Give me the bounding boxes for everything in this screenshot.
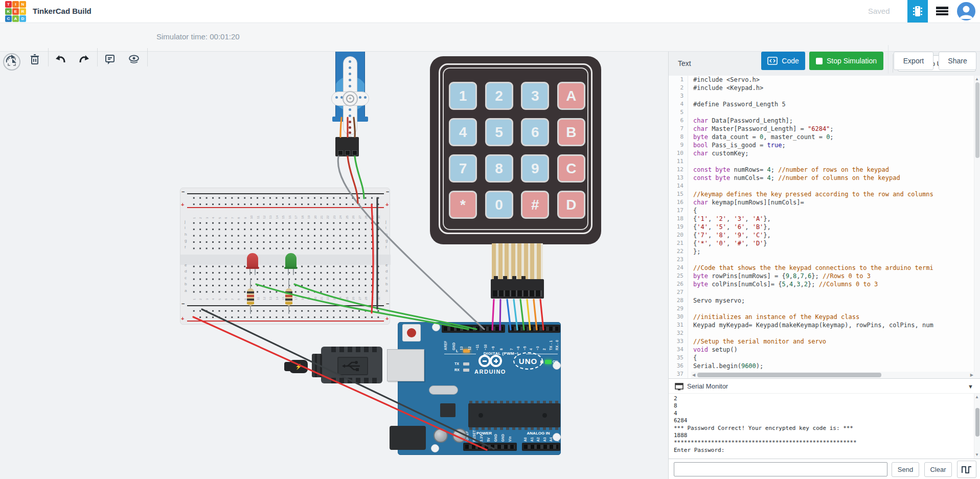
code-editor[interactable]: 1#include <Servo.h>2#include <Keypad.h>3… (669, 76, 980, 378)
pin-label-6: ~6 (516, 346, 520, 350)
component-visibility-button[interactable] (126, 51, 142, 67)
pin-label-Vin: Vin (508, 436, 512, 442)
scroll-right-arrow[interactable]: ▶ (970, 373, 973, 378)
code-horizontal-scrollbar[interactable]: ◀ ▶ (691, 372, 974, 378)
keypad-key-6[interactable]: 6 (521, 118, 549, 146)
horn-hole (335, 96, 338, 99)
redo-button[interactable] (76, 51, 92, 67)
notes-button[interactable] (102, 51, 118, 67)
serial-line: 2 (669, 395, 980, 402)
logo-tile: A (12, 15, 19, 22)
code-text: const byte numCols= 4; //number of colum… (688, 174, 900, 182)
logo-tile: K (5, 8, 12, 15)
rx-label: RX (454, 368, 460, 372)
horn-hole (349, 85, 351, 87)
keypad-key-0[interactable]: 0 (485, 191, 513, 219)
toolbar-separator (147, 48, 148, 66)
code-line: 25byte rowPins[numRows] = {9,8,7,6}; //R… (669, 272, 980, 280)
code-button[interactable]: Code (761, 52, 805, 70)
tab-text[interactable]: Text (678, 51, 691, 76)
column-number: 25 (346, 215, 349, 219)
keypad-key-C[interactable]: C (557, 154, 585, 183)
column-number: 26 (352, 215, 355, 219)
serial-vertical-scrollbar[interactable]: ▲ ▼ (974, 394, 980, 459)
code-line: 18{'1', '2', '3', 'A'}, (669, 215, 980, 223)
keypad-key-5[interactable]: 5 (485, 118, 513, 146)
column-number: 5 (218, 299, 221, 300)
usb-port (387, 349, 424, 381)
avatar[interactable] (957, 2, 975, 20)
led-green[interactable] (284, 253, 298, 277)
code-line: 23 (669, 256, 980, 264)
keypad-key-9[interactable]: 9 (521, 154, 549, 183)
keypad-key-4[interactable]: 4 (449, 118, 477, 146)
keypad-key-3[interactable]: 3 (521, 82, 549, 110)
atmega-chip (468, 403, 560, 427)
code-text: { (688, 354, 697, 362)
keypad-key-7[interactable]: 7 (449, 154, 477, 183)
save-status: Saved (868, 0, 890, 22)
pin-label-A2: A2 (536, 437, 540, 442)
keypad-key-#[interactable]: # (521, 191, 549, 219)
notes-icon (104, 54, 116, 65)
keypad-key-*[interactable]: * (449, 191, 477, 219)
keypad-key-8[interactable]: 8 (485, 154, 513, 183)
collapse-chevron-icon[interactable]: ▼ (968, 379, 973, 394)
scroll-left-arrow[interactable]: ◀ (692, 373, 695, 378)
scroll-down-arrow[interactable]: ▼ (975, 452, 979, 458)
column-number: 6 (224, 217, 227, 219)
keypad-key-B[interactable]: B (557, 118, 585, 146)
pin-label-RX0: RX←0 (555, 340, 559, 350)
code-text: //Setup the serial monitor and servo (688, 337, 826, 346)
stop-simulation-button[interactable]: Stop Simulation (809, 52, 883, 70)
column-number: 25 (346, 296, 349, 300)
micro-servo[interactable]: + (327, 51, 374, 159)
pin-label-11: ~11 (475, 345, 479, 350)
pin-label-5: ~5 (523, 346, 527, 350)
scroll-up-arrow[interactable]: ▲ (975, 395, 979, 400)
led-red[interactable] (246, 253, 259, 277)
keypad-key-1[interactable]: 1 (449, 82, 477, 110)
code-line: 12const byte numRows= 4; //number of row… (669, 166, 980, 174)
scroll-up-arrow[interactable]: ▲ (975, 77, 979, 82)
line-number: 13 (669, 174, 688, 182)
code-line: 27 (669, 288, 980, 296)
export-button[interactable]: Export (894, 52, 933, 70)
send-button[interactable]: Send (892, 462, 919, 477)
serial-monitor-header[interactable]: Serial Monitor ▼ (669, 378, 980, 394)
keypad-key-A[interactable]: A (557, 82, 585, 110)
led-rx (463, 369, 469, 372)
graph-view-button[interactable] (957, 461, 976, 478)
horn-hole (349, 121, 351, 123)
undo-button[interactable] (53, 51, 69, 67)
circuit-canvas[interactable]: −−++−−++jjiihhggffeeddccbbaa112233445566… (0, 51, 668, 479)
line-number: 11 (669, 157, 688, 166)
list-view-button[interactable] (935, 5, 950, 18)
keypad-4x4[interactable]: 123A456B789C*0#D (430, 56, 601, 302)
delete-button[interactable] (27, 51, 43, 67)
keypad-key-D[interactable]: D (557, 191, 585, 219)
reset-button[interactable] (402, 324, 421, 341)
small-chip (440, 403, 455, 417)
code-line: 17{ (669, 207, 980, 215)
code-text (688, 108, 693, 117)
pin-label-3: ~3 (536, 346, 539, 350)
resistor-2[interactable] (285, 280, 292, 314)
components-view-tab[interactable] (907, 0, 928, 22)
arduino-brand: ARDUINO (474, 369, 507, 375)
rotate-button[interactable] (3, 51, 19, 67)
line-number: 14 (669, 182, 688, 190)
share-button[interactable]: Share (939, 52, 976, 70)
column-number: 11 (257, 216, 260, 219)
keypad-key-2[interactable]: 2 (485, 82, 513, 110)
clear-button[interactable]: Clear (924, 462, 952, 477)
terminal-holes (191, 220, 383, 250)
tinkercad-logo[interactable]: TINKERCAD (5, 1, 26, 22)
wire-keypad-row1[interactable] (500, 300, 500, 330)
code-vertical-scrollbar[interactable]: ▲ (974, 76, 980, 378)
digital-header-right[interactable] (508, 325, 560, 333)
analog-header[interactable] (522, 443, 560, 451)
resistor-1[interactable] (247, 280, 254, 314)
row-letter: d (185, 269, 187, 273)
serial-input[interactable] (674, 462, 887, 476)
